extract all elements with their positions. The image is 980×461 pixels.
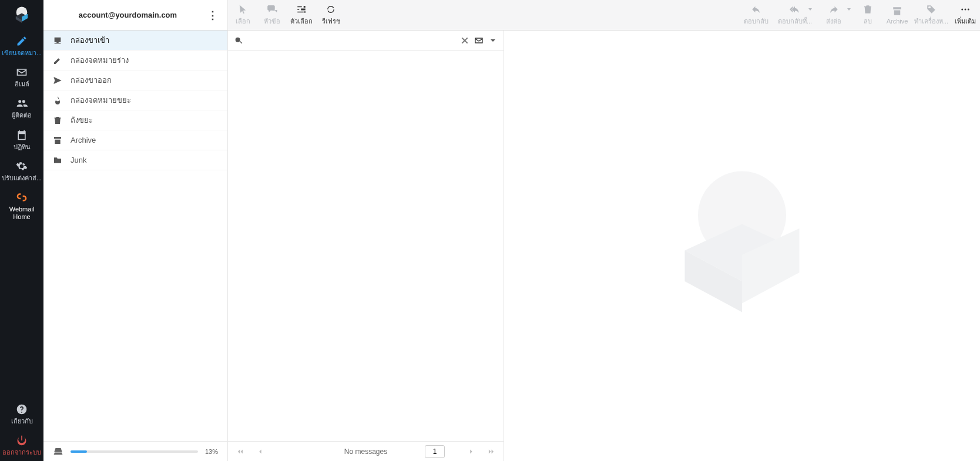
threads-button[interactable]: หัวข้อ [257, 0, 287, 30]
account-menu-icon[interactable]: ⋮ [205, 6, 220, 24]
message-list [228, 51, 504, 441]
rail-compose[interactable]: เขียนจดหมา... [0, 31, 43, 62]
empty-state-icon [654, 158, 830, 334]
inbox-icon [53, 36, 62, 45]
cursor-icon [237, 4, 248, 15]
app-logo [0, 0, 43, 31]
clear-search-icon[interactable] [460, 36, 469, 45]
rail-email[interactable]: อีเมล์ [0, 62, 43, 93]
rail-contacts[interactable]: ผู้ติดต่อ [0, 93, 43, 124]
delete-button[interactable]: ลบ [853, 0, 882, 30]
folder-icon [53, 156, 62, 165]
comments-icon [267, 4, 277, 15]
forward-icon [828, 4, 839, 15]
message-panel: No messages [228, 31, 504, 461]
fire-icon [53, 96, 62, 105]
trash-icon [53, 116, 62, 125]
folder-label: Junk [71, 156, 86, 164]
next-page-icon[interactable] [467, 447, 475, 456]
rail-webmail-home[interactable]: Webmail Home [0, 187, 43, 226]
folder-item[interactable]: กล่องขาเข้า [43, 31, 227, 51]
rail-calendar[interactable]: ปฏิทิน [0, 124, 43, 156]
quota-bar: 13% [43, 441, 227, 461]
toolbar-left: เลือก หัวข้อ ตัวเลือก รีเฟรช [228, 0, 345, 30]
last-page-icon[interactable] [487, 447, 495, 456]
account-email: account@yourdomain.com [51, 11, 205, 19]
folder-item[interactable]: Archive [43, 130, 227, 150]
prev-page-icon[interactable] [256, 447, 264, 456]
search-options-icon[interactable] [488, 36, 498, 45]
quota-progress [71, 450, 198, 453]
more-icon [960, 4, 971, 15]
folder-panel: กล่องขาเข้ากล่องจดหมายร่างกล่องขาออกกล่อ… [43, 31, 228, 461]
archive-icon [892, 6, 902, 16]
quota-text: 13% [205, 448, 218, 455]
folder-label: กล่องจดหมายขยะ [71, 94, 131, 106]
refresh-button[interactable]: รีเฟรช [316, 0, 345, 30]
sliders-icon [296, 4, 307, 15]
search-icon[interactable] [234, 36, 243, 45]
topbar: account@yourdomain.com ⋮ เลือก หัวข้อ ตั… [43, 0, 980, 31]
rail-settings[interactable]: ปรับแต่งค่าส่... [0, 156, 43, 187]
page-input[interactable] [425, 445, 445, 458]
select-button[interactable]: เลือก [228, 0, 257, 30]
reply-all-button[interactable]: ตอบกลับทั้... [776, 0, 814, 30]
preview-pane [504, 31, 980, 461]
trash-icon [862, 4, 873, 15]
archive-icon [53, 136, 62, 145]
toolbar-right: ตอบกลับ ตอบกลับทั้... ส่งต่อ ลบ Archive … [737, 0, 980, 30]
reply-button[interactable]: ตอบกลับ [737, 0, 776, 30]
search-input[interactable] [248, 36, 455, 45]
refresh-icon [325, 4, 336, 15]
tag-icon [926, 4, 937, 15]
folder-item[interactable]: กล่องจดหมายร่าง [43, 51, 227, 70]
search-bar [228, 31, 504, 51]
folder-label: Archive [71, 136, 96, 144]
folder-list: กล่องขาเข้ากล่องจดหมายร่างกล่องขาออกกล่อ… [43, 31, 227, 441]
rail-about[interactable]: เกี่ยวกับ [0, 399, 43, 430]
folder-item[interactable]: กล่องจดหมายขยะ [43, 90, 227, 110]
folder-label: ถังขยะ [71, 114, 93, 126]
account-bar: account@yourdomain.com ⋮ [43, 0, 228, 30]
options-button[interactable]: ตัวเลือก [287, 0, 316, 30]
rail-logout[interactable]: ออกจากระบบ [0, 430, 43, 461]
archive-button[interactable]: Archive [882, 0, 912, 30]
pencil-icon [53, 56, 62, 65]
folder-label: กล่องขาออก [71, 74, 112, 86]
folder-item[interactable]: Junk [43, 150, 227, 170]
pager: No messages [228, 441, 504, 461]
left-rail: เขียนจดหมา... อีเมล์ ผู้ติดต่อ ปฏิทิน ปร… [0, 0, 43, 461]
pager-status: No messages [344, 447, 387, 456]
reply-all-icon [790, 4, 800, 15]
folder-label: กล่องขาเข้า [71, 34, 109, 46]
send-icon [53, 76, 62, 85]
more-button[interactable]: เพิ่มเติม [951, 0, 980, 30]
folder-label: กล่องจดหมายร่าง [71, 54, 129, 66]
forward-button[interactable]: ส่งต่อ [814, 0, 853, 30]
reply-icon [751, 4, 761, 15]
first-page-icon[interactable] [236, 447, 244, 456]
mark-button[interactable]: ทำเครื่องห... [912, 0, 951, 30]
folder-item[interactable]: ถังขยะ [43, 110, 227, 130]
folder-item[interactable]: กล่องขาออก [43, 70, 227, 90]
envelope-icon[interactable] [474, 36, 484, 45]
drive-icon [53, 446, 63, 457]
